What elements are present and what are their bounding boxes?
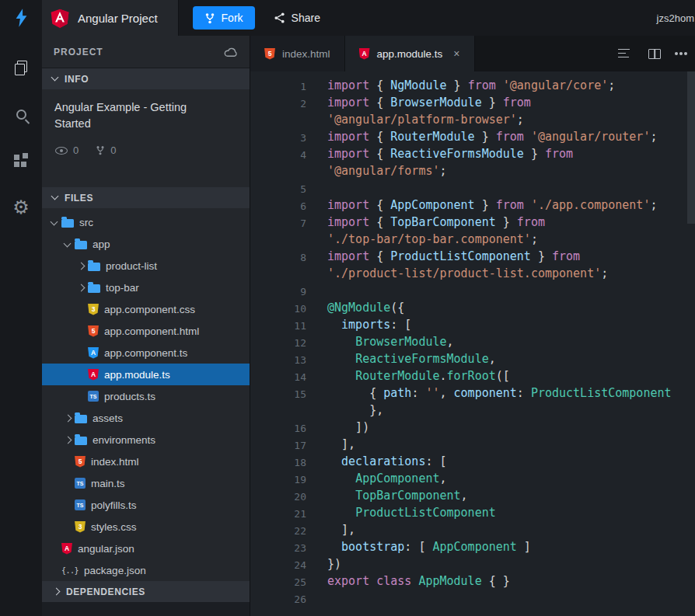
file-name: products.ts — [104, 391, 155, 402]
extensions-glyph — [14, 154, 28, 168]
tab-app.module.ts[interactable]: Aapp.module.ts× — [345, 36, 475, 71]
tree-item-src[interactable]: src — [42, 211, 250, 233]
tree-item-assets[interactable]: assets — [42, 407, 250, 429]
extensions-icon[interactable] — [0, 148, 42, 174]
tab-label: app.module.ts — [377, 48, 443, 60]
code-row[interactable]: 12 BrowserModule, — [250, 333, 695, 350]
code-row[interactable]: 4import { ReactiveFormsModule } from — [250, 145, 695, 162]
tree-item-app.component.ts[interactable]: Aapp.component.ts — [42, 342, 250, 364]
code-row[interactable]: 7import { TopBarComponent } from — [250, 214, 695, 231]
code-row[interactable]: 22 ], — [250, 521, 695, 538]
code-row[interactable]: 11 imports: [ — [250, 316, 695, 333]
tree-item-products.ts[interactable]: TSproducts.ts — [42, 385, 250, 407]
code-row[interactable]: 21 ProductListComponent — [250, 504, 695, 521]
code-row[interactable]: }, — [250, 402, 695, 419]
tree-item-product-list[interactable]: product-list — [42, 255, 250, 277]
code-row[interactable]: 17 ], — [250, 436, 695, 453]
code-row[interactable]: 3import { RouterModule } from '@angular/… — [250, 128, 695, 145]
chevron-right-icon[interactable] — [63, 434, 75, 445]
tree-item-app[interactable]: app — [42, 233, 250, 255]
code-row[interactable]: 13 ReactiveFormsModule, — [250, 350, 695, 367]
line-number: 1 — [250, 77, 306, 94]
code-row[interactable]: '@angular/forms'; — [250, 162, 695, 179]
views-stat: 0 — [55, 144, 79, 156]
code-text: BrowserModule, — [306, 333, 454, 350]
tree-item-app.component.css[interactable]: 3app.component.css — [42, 298, 250, 320]
chevron-right-icon — [53, 588, 61, 596]
code-row[interactable]: 25export class AppModule { } — [250, 572, 695, 590]
dependencies-section-header[interactable]: DEPENDENCIES — [42, 581, 250, 602]
sidebar-empty — [42, 602, 250, 616]
line-number: 22 — [250, 521, 306, 538]
code-text: './top-bar/top-bar.component'; — [306, 231, 538, 248]
code-row[interactable]: 8import { ProductListComponent } from — [250, 248, 695, 265]
code-row[interactable]: 18 declarations: [ — [250, 453, 695, 470]
code-row[interactable]: 5 — [250, 179, 695, 197]
code-row[interactable]: '@angular/platform-browser'; — [250, 111, 695, 128]
angular-ts-icon: A — [88, 347, 99, 359]
info-section-header[interactable]: INFO — [42, 68, 250, 89]
code-row[interactable]: 24}) — [250, 555, 695, 572]
more-options-icon[interactable] — [679, 52, 683, 55]
search-icon[interactable] — [0, 101, 42, 127]
code-row[interactable]: 26 — [250, 590, 695, 607]
settings-gear-icon[interactable]: ⚙ — [0, 194, 42, 221]
download-cloud-icon[interactable] — [224, 47, 238, 57]
tree-item-angular.json[interactable]: Aangular.json — [42, 538, 250, 559]
format-lines-icon[interactable] — [618, 49, 630, 58]
tree-item-environments[interactable]: environments — [42, 429, 250, 451]
tab-index.html[interactable]: 5index.html — [250, 36, 345, 71]
code-editor[interactable]: 1import { NgModule } from '@angular/core… — [250, 71, 695, 616]
code-row[interactable]: './top-bar/top-bar.component'; — [250, 231, 695, 248]
code-row[interactable]: 9 — [250, 282, 695, 299]
code-row[interactable]: 15 { path: '', component: ProductListCom… — [250, 385, 695, 402]
line-number: 13 — [250, 350, 306, 367]
code-text: ProductListComponent — [306, 504, 496, 521]
editor-scrollbar[interactable] — [687, 71, 695, 224]
share-button[interactable]: Share — [274, 12, 320, 24]
tab-bar: 5index.htmlAapp.module.ts× — [250, 36, 695, 71]
line-number: 25 — [250, 572, 306, 590]
username[interactable]: jzs2hom — [657, 12, 695, 24]
tree-item-package.json[interactable]: {..}package.json — [42, 559, 250, 581]
tree-item-styles.css[interactable]: 3styles.css — [42, 516, 250, 538]
tree-item-polyfills.ts[interactable]: TSpolyfills.ts — [42, 494, 250, 516]
tree-item-app.component.html[interactable]: 5app.component.html — [42, 320, 250, 342]
code-row[interactable]: 16 ]) — [250, 419, 695, 436]
chevron-down-icon[interactable] — [50, 217, 61, 228]
code-text: ], — [306, 436, 355, 453]
code-text: import { TopBarComponent } from — [306, 214, 545, 231]
tree-item-index.html[interactable]: 5index.html — [42, 451, 250, 472]
html-icon: 5 — [75, 456, 86, 468]
code-row[interactable]: 23 bootstrap: [ AppComponent ] — [250, 538, 695, 555]
fork-count-icon — [96, 145, 105, 155]
code-row[interactable]: './product-list/product-list.component'; — [250, 265, 695, 282]
gear-glyph: ⚙ — [12, 198, 30, 217]
project-title-box[interactable]: Angular Project — [42, 0, 179, 36]
split-editor-icon[interactable] — [648, 49, 661, 59]
code-row[interactable]: 19 AppComponent, — [250, 470, 695, 487]
tree-item-main.ts[interactable]: TSmain.ts — [42, 472, 250, 494]
code-row[interactable]: 2import { BrowserModule } from — [250, 94, 695, 111]
chevron-right-icon[interactable] — [63, 412, 75, 423]
code-text: ReactiveFormsModule, — [306, 350, 496, 367]
code-row[interactable]: 1import { NgModule } from '@angular/core… — [250, 77, 695, 94]
tree-item-top-bar[interactable]: top-bar — [42, 277, 250, 298]
code-row[interactable]: 14 RouterModule.forRoot([ — [250, 367, 695, 385]
fork-button[interactable]: Fork — [193, 6, 255, 30]
chevron-right-icon[interactable] — [76, 282, 88, 293]
tree-item-app.module.ts[interactable]: Aapp.module.ts — [42, 364, 250, 385]
code-row[interactable]: 20 TopBarComponent, — [250, 487, 695, 504]
code-row[interactable]: 10@NgModule({ — [250, 299, 695, 316]
ts-icon: TS — [75, 478, 86, 489]
code-text: bootstrap: [ AppComponent ] — [306, 538, 531, 555]
chevron-right-icon[interactable] — [76, 260, 88, 271]
close-icon[interactable]: × — [453, 47, 459, 60]
code-row[interactable]: 6import { AppComponent } from './app.com… — [250, 197, 695, 214]
tab-actions — [618, 36, 695, 71]
chevron-down-icon[interactable] — [63, 238, 75, 249]
angular-icon: A — [88, 369, 99, 381]
files-section-header[interactable]: FILES — [42, 187, 250, 208]
stackblitz-logo[interactable] — [0, 0, 42, 36]
files-icon[interactable] — [0, 54, 42, 81]
